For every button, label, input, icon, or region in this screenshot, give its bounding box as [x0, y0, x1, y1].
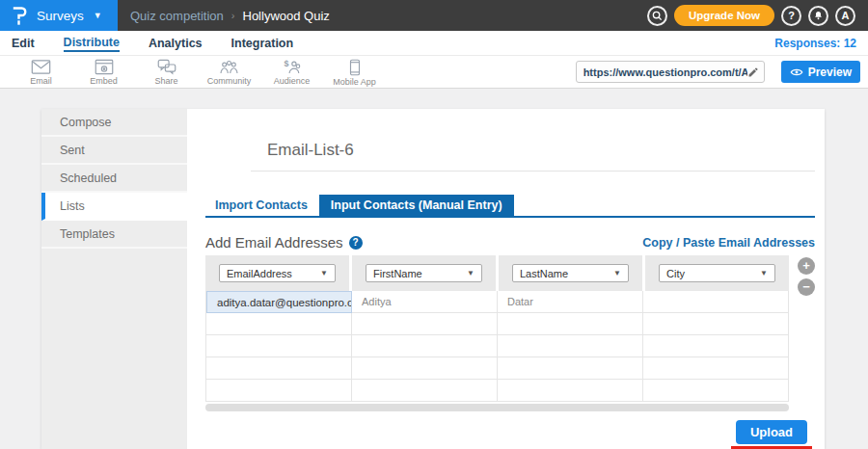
cell-city[interactable]: [643, 291, 789, 313]
toolbar-item-community[interactable]: Community: [198, 59, 260, 86]
header-cell-emailaddress: EmailAddress ▼: [205, 255, 349, 291]
cell-email[interactable]: [206, 380, 352, 402]
column-select-emailaddress[interactable]: EmailAddress ▼: [219, 264, 336, 282]
remove-row-button[interactable]: −: [798, 278, 815, 296]
product-switcher[interactable]: Surveys ▼: [0, 0, 118, 31]
header-cell-firstname: FirstName ▼: [352, 255, 496, 291]
bell-icon: [813, 10, 824, 21]
share-icon: [157, 59, 176, 75]
eye-icon: [790, 67, 803, 77]
section-title: Add Email Addresses: [205, 234, 343, 251]
select-caret-icon: ▼: [320, 269, 328, 277]
column-select-city[interactable]: City ▼: [659, 264, 775, 282]
cell-email[interactable]: aditya.datar@questionpro.com: [206, 291, 352, 313]
add-emails-section-head: Add Email Addresses ? Copy / Paste Email…: [205, 234, 815, 251]
product-name: Surveys: [37, 9, 84, 23]
cell-firstname[interactable]: [352, 357, 498, 380]
tab-edit[interactable]: Edit: [12, 36, 35, 50]
responses-count[interactable]: Responses: 12: [774, 37, 856, 50]
survey-url-input[interactable]: [583, 66, 747, 78]
cell-lastname[interactable]: Datar: [498, 291, 643, 313]
help-tooltip-icon[interactable]: ?: [349, 236, 363, 250]
top-header-bar: Surveys ▼ Quiz competition › Hollywood Q…: [0, 0, 868, 31]
toolbar-item-share[interactable]: Share: [135, 59, 198, 86]
cell-city[interactable]: [643, 357, 789, 380]
breadcrumb-separator-icon: ›: [231, 10, 235, 21]
list-title-wrap: Email-List-6: [251, 141, 815, 172]
breadcrumb: Quiz competition › Hollywood Quiz: [130, 0, 330, 31]
table-row: [206, 380, 789, 402]
survey-url-group: [576, 61, 765, 83]
cell-firstname[interactable]: Aditya: [352, 291, 498, 313]
cell-lastname[interactable]: [498, 380, 643, 402]
search-button[interactable]: [647, 6, 667, 26]
svg-text:$: $: [284, 59, 288, 68]
cell-lastname[interactable]: [498, 313, 643, 335]
list-detail-panel: Email-List-6 Import Contacts Input Conta…: [187, 109, 825, 449]
table-row: [206, 313, 789, 335]
header-cell-lastname: LastName ▼: [499, 255, 642, 291]
mobile-app-icon: [349, 59, 361, 76]
community-icon: [219, 59, 239, 75]
cell-email[interactable]: [206, 313, 352, 335]
list-title[interactable]: Email-List-6: [267, 141, 354, 159]
cell-city[interactable]: [643, 313, 789, 335]
table-row: [206, 335, 789, 357]
cell-firstname[interactable]: [352, 313, 498, 335]
row-buttons: + −: [789, 255, 815, 411]
preview-button[interactable]: Preview: [781, 61, 860, 83]
cell-lastname[interactable]: [498, 357, 643, 380]
column-select-lastname[interactable]: LastName ▼: [512, 264, 629, 282]
contacts-table: EmailAddress ▼ FirstName ▼: [205, 255, 789, 411]
tab-input-contacts-manual-entry[interactable]: Input Contacts (Manual Entry): [319, 195, 514, 216]
cell-city[interactable]: [643, 335, 789, 357]
cell-firstname[interactable]: [352, 335, 498, 357]
account-avatar[interactable]: A: [835, 6, 855, 26]
sidebar-item-compose[interactable]: Compose: [41, 109, 187, 137]
email-icon: [31, 59, 51, 75]
cell-lastname[interactable]: [498, 335, 643, 357]
table-row: aditya.datar@questionpro.com Aditya Data…: [206, 291, 789, 313]
survey-nav-tabs: Edit Distribute Analytics Integration Re…: [0, 31, 868, 56]
toolbar-item-audience[interactable]: $ Audience: [260, 59, 323, 86]
audience-icon: $: [282, 59, 302, 75]
header-actions: Upgrade Now ? A: [647, 0, 868, 31]
cell-firstname[interactable]: [352, 380, 498, 402]
chevron-down-icon: ▼: [94, 11, 102, 20]
sidebar-item-scheduled[interactable]: Scheduled: [41, 165, 187, 193]
help-button[interactable]: ?: [781, 6, 801, 26]
upload-zone: Upload: [205, 420, 815, 449]
sidebar-item-templates[interactable]: Templates: [41, 221, 187, 249]
tab-integration[interactable]: Integration: [231, 36, 294, 50]
select-caret-icon: ▼: [467, 269, 475, 277]
tab-analytics[interactable]: Analytics: [149, 36, 203, 50]
column-select-firstname[interactable]: FirstName ▼: [366, 264, 482, 282]
header-cell-city: City ▼: [645, 255, 789, 291]
cell-email[interactable]: [206, 357, 352, 380]
sidebar-item-sent[interactable]: Sent: [41, 137, 187, 165]
survey-link-group: Preview: [576, 61, 860, 83]
contacts-table-header: EmailAddress ▼ FirstName ▼: [205, 255, 789, 291]
upgrade-now-button[interactable]: Upgrade Now: [674, 5, 774, 26]
add-row-button[interactable]: +: [798, 257, 815, 275]
edit-url-button[interactable]: [747, 66, 759, 78]
breadcrumb-parent[interactable]: Quiz competition: [130, 9, 224, 23]
contacts-table-zone: EmailAddress ▼ FirstName ▼: [205, 255, 815, 411]
cell-email[interactable]: [206, 335, 352, 357]
copy-paste-email-link[interactable]: Copy / Paste Email Addresses: [642, 236, 815, 250]
breadcrumb-current: Hollywood Quiz: [243, 9, 330, 23]
toolbar-item-mobile-app[interactable]: Mobile App: [323, 59, 386, 87]
tab-import-contacts[interactable]: Import Contacts: [205, 195, 319, 216]
pencil-icon: [747, 66, 759, 78]
cell-city[interactable]: [643, 380, 789, 402]
horizontal-scrollbar[interactable]: [205, 404, 789, 411]
toolbar-item-embed[interactable]: Embed: [72, 59, 135, 86]
questionpro-logo-icon: [13, 6, 28, 25]
tab-distribute[interactable]: Distribute: [64, 35, 120, 52]
notifications-button[interactable]: [808, 6, 828, 26]
upload-button[interactable]: Upload: [736, 420, 807, 444]
sidebar-item-lists[interactable]: Lists: [41, 193, 187, 221]
contacts-table-body: aditya.datar@questionpro.com Aditya Data…: [205, 291, 789, 402]
toolbar-item-email[interactable]: Email: [10, 59, 72, 86]
email-sidebar: Compose Sent Scheduled Lists Templates: [41, 109, 187, 449]
